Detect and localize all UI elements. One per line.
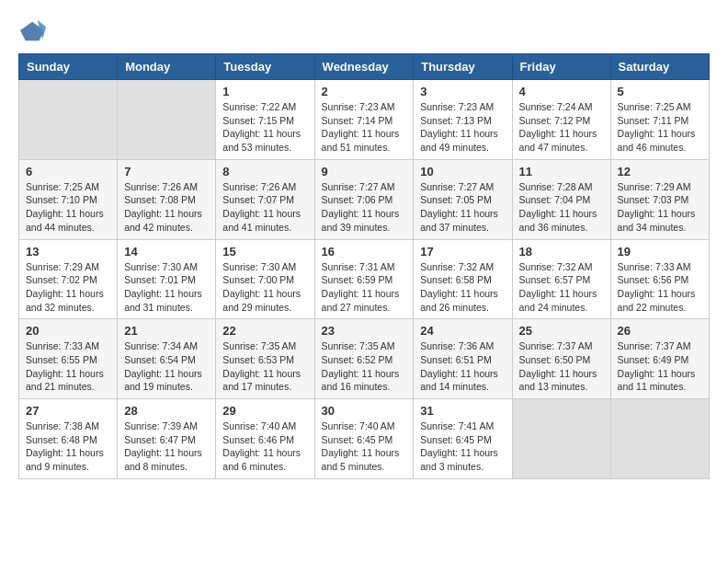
day-info: Sunrise: 7:26 AM Sunset: 7:08 PM Dayligh… — [124, 180, 209, 235]
calendar-cell: 9Sunrise: 7:27 AM Sunset: 7:06 PM Daylig… — [314, 159, 414, 239]
calendar-cell: 22Sunrise: 7:35 AM Sunset: 6:53 PM Dayli… — [216, 319, 314, 399]
day-number: 11 — [519, 165, 604, 178]
day-info: Sunrise: 7:37 AM Sunset: 6:50 PM Dayligh… — [519, 339, 604, 394]
day-info: Sunrise: 7:33 AM Sunset: 6:55 PM Dayligh… — [26, 339, 110, 394]
day-info: Sunrise: 7:40 AM Sunset: 6:46 PM Dayligh… — [222, 419, 307, 474]
day-info: Sunrise: 7:27 AM Sunset: 7:05 PM Dayligh… — [420, 180, 505, 235]
day-number: 7 — [124, 165, 209, 178]
day-number: 26 — [618, 324, 702, 338]
day-number: 12 — [618, 165, 702, 178]
column-header-sunday: Sunday — [19, 54, 118, 80]
calendar-cell: 29Sunrise: 7:40 AM Sunset: 6:46 PM Dayli… — [216, 399, 314, 479]
calendar-cell — [512, 399, 610, 479]
calendar-cell: 10Sunrise: 7:27 AM Sunset: 7:05 PM Dayli… — [414, 159, 512, 239]
day-number: 10 — [420, 165, 505, 178]
day-info: Sunrise: 7:30 AM Sunset: 7:00 PM Dayligh… — [222, 260, 307, 315]
calendar-cell: 23Sunrise: 7:35 AM Sunset: 6:52 PM Dayli… — [314, 319, 414, 399]
day-number: 5 — [618, 85, 702, 98]
day-info: Sunrise: 7:25 AM Sunset: 7:11 PM Dayligh… — [618, 100, 702, 155]
day-number: 27 — [26, 404, 110, 418]
day-info: Sunrise: 7:32 AM Sunset: 6:57 PM Dayligh… — [519, 260, 604, 315]
day-number: 19 — [618, 245, 702, 259]
day-info: Sunrise: 7:40 AM Sunset: 6:45 PM Dayligh… — [322, 419, 407, 474]
calendar-cell: 15Sunrise: 7:30 AM Sunset: 7:00 PM Dayli… — [216, 239, 314, 319]
day-number: 28 — [124, 404, 209, 418]
calendar-cell: 1Sunrise: 7:22 AM Sunset: 7:15 PM Daylig… — [216, 80, 314, 160]
week-row-5: 27Sunrise: 7:38 AM Sunset: 6:48 PM Dayli… — [19, 399, 710, 479]
page-header — [18, 18, 710, 44]
day-number: 4 — [519, 85, 604, 98]
day-info: Sunrise: 7:34 AM Sunset: 6:54 PM Dayligh… — [124, 339, 209, 394]
day-info: Sunrise: 7:29 AM Sunset: 7:03 PM Dayligh… — [618, 180, 702, 235]
day-info: Sunrise: 7:22 AM Sunset: 7:15 PM Dayligh… — [222, 100, 307, 155]
day-number: 8 — [222, 165, 307, 178]
calendar-header-row: SundayMondayTuesdayWednesdayThursdayFrid… — [19, 54, 710, 80]
calendar-cell: 7Sunrise: 7:26 AM Sunset: 7:08 PM Daylig… — [118, 159, 216, 239]
calendar-cell: 20Sunrise: 7:33 AM Sunset: 6:55 PM Dayli… — [19, 319, 118, 399]
day-info: Sunrise: 7:32 AM Sunset: 6:58 PM Dayligh… — [420, 260, 505, 315]
calendar-cell: 8Sunrise: 7:26 AM Sunset: 7:07 PM Daylig… — [216, 159, 314, 239]
calendar-cell: 5Sunrise: 7:25 AM Sunset: 7:11 PM Daylig… — [610, 80, 709, 160]
day-number: 18 — [519, 245, 604, 259]
column-header-friday: Friday — [512, 54, 610, 80]
day-number: 31 — [420, 404, 505, 418]
day-info: Sunrise: 7:28 AM Sunset: 7:04 PM Dayligh… — [519, 180, 604, 235]
day-number: 15 — [222, 245, 307, 259]
calendar-cell: 12Sunrise: 7:29 AM Sunset: 7:03 PM Dayli… — [610, 159, 709, 239]
day-info: Sunrise: 7:26 AM Sunset: 7:07 PM Dayligh… — [222, 180, 307, 235]
calendar-cell: 19Sunrise: 7:33 AM Sunset: 6:56 PM Dayli… — [610, 239, 709, 319]
logo — [18, 18, 46, 44]
day-number: 24 — [420, 324, 505, 338]
calendar-cell — [118, 80, 216, 160]
day-info: Sunrise: 7:41 AM Sunset: 6:45 PM Dayligh… — [420, 419, 505, 474]
calendar-cell: 16Sunrise: 7:31 AM Sunset: 6:59 PM Dayli… — [314, 239, 414, 319]
calendar-cell: 31Sunrise: 7:41 AM Sunset: 6:45 PM Dayli… — [414, 399, 512, 479]
day-info: Sunrise: 7:37 AM Sunset: 6:49 PM Dayligh… — [618, 339, 702, 394]
day-info: Sunrise: 7:23 AM Sunset: 7:13 PM Dayligh… — [420, 100, 505, 155]
day-info: Sunrise: 7:39 AM Sunset: 6:47 PM Dayligh… — [124, 419, 209, 474]
logo-icon — [20, 18, 46, 44]
calendar-cell: 4Sunrise: 7:24 AM Sunset: 7:12 PM Daylig… — [512, 80, 610, 160]
day-number: 16 — [322, 245, 407, 259]
day-info: Sunrise: 7:25 AM Sunset: 7:10 PM Dayligh… — [26, 180, 110, 235]
calendar-cell: 25Sunrise: 7:37 AM Sunset: 6:50 PM Dayli… — [512, 319, 610, 399]
day-number: 29 — [222, 404, 307, 418]
column-header-saturday: Saturday — [610, 54, 709, 80]
day-info: Sunrise: 7:36 AM Sunset: 6:51 PM Dayligh… — [420, 339, 505, 394]
day-info: Sunrise: 7:23 AM Sunset: 7:14 PM Dayligh… — [322, 100, 407, 155]
day-number: 2 — [322, 85, 407, 98]
calendar-cell: 26Sunrise: 7:37 AM Sunset: 6:49 PM Dayli… — [610, 319, 709, 399]
calendar-table: SundayMondayTuesdayWednesdayThursdayFrid… — [18, 53, 710, 479]
day-info: Sunrise: 7:31 AM Sunset: 6:59 PM Dayligh… — [322, 260, 407, 315]
column-header-monday: Monday — [118, 54, 216, 80]
day-info: Sunrise: 7:38 AM Sunset: 6:48 PM Dayligh… — [26, 419, 110, 474]
calendar-cell: 17Sunrise: 7:32 AM Sunset: 6:58 PM Dayli… — [414, 239, 512, 319]
day-info: Sunrise: 7:30 AM Sunset: 7:01 PM Dayligh… — [124, 260, 209, 315]
day-number: 6 — [26, 165, 110, 178]
day-info: Sunrise: 7:35 AM Sunset: 6:52 PM Dayligh… — [322, 339, 407, 394]
calendar-cell — [610, 399, 709, 479]
calendar-cell: 2Sunrise: 7:23 AM Sunset: 7:14 PM Daylig… — [314, 80, 414, 160]
calendar-cell: 6Sunrise: 7:25 AM Sunset: 7:10 PM Daylig… — [19, 159, 118, 239]
calendar-cell: 28Sunrise: 7:39 AM Sunset: 6:47 PM Dayli… — [118, 399, 216, 479]
calendar-cell: 21Sunrise: 7:34 AM Sunset: 6:54 PM Dayli… — [118, 319, 216, 399]
day-number: 1 — [222, 85, 307, 98]
day-number: 9 — [322, 165, 407, 178]
calendar-cell: 27Sunrise: 7:38 AM Sunset: 6:48 PM Dayli… — [19, 399, 118, 479]
calendar-cell: 11Sunrise: 7:28 AM Sunset: 7:04 PM Dayli… — [512, 159, 610, 239]
calendar-cell: 24Sunrise: 7:36 AM Sunset: 6:51 PM Dayli… — [414, 319, 512, 399]
day-number: 3 — [420, 85, 505, 98]
day-info: Sunrise: 7:33 AM Sunset: 6:56 PM Dayligh… — [618, 260, 702, 315]
column-header-thursday: Thursday — [414, 54, 512, 80]
day-number: 22 — [222, 324, 307, 338]
day-number: 25 — [519, 324, 604, 338]
week-row-4: 20Sunrise: 7:33 AM Sunset: 6:55 PM Dayli… — [19, 319, 710, 399]
day-info: Sunrise: 7:27 AM Sunset: 7:06 PM Dayligh… — [322, 180, 407, 235]
day-number: 13 — [26, 245, 110, 259]
day-number: 14 — [124, 245, 209, 259]
day-info: Sunrise: 7:24 AM Sunset: 7:12 PM Dayligh… — [519, 100, 604, 155]
week-row-3: 13Sunrise: 7:29 AM Sunset: 7:02 PM Dayli… — [19, 239, 710, 319]
calendar-cell: 3Sunrise: 7:23 AM Sunset: 7:13 PM Daylig… — [414, 80, 512, 160]
week-row-1: 1Sunrise: 7:22 AM Sunset: 7:15 PM Daylig… — [19, 80, 710, 160]
calendar-cell: 14Sunrise: 7:30 AM Sunset: 7:01 PM Dayli… — [118, 239, 216, 319]
